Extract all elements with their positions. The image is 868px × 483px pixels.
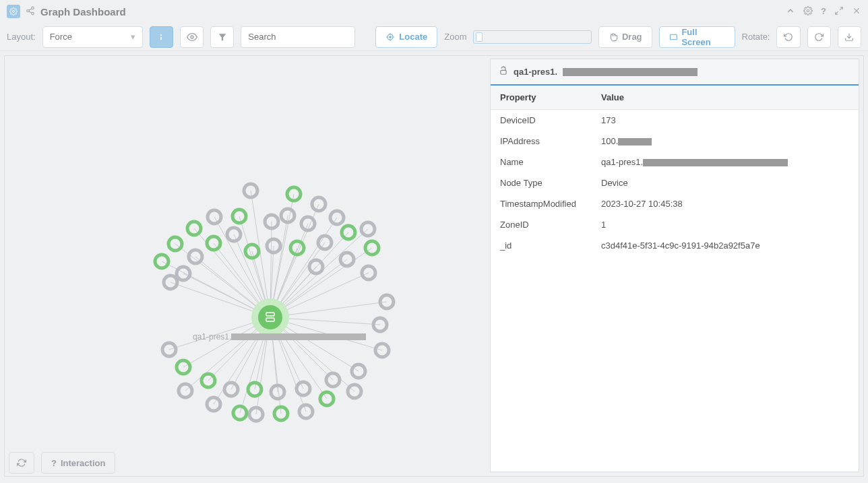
interaction-label: Interaction [61, 458, 105, 468]
download-button[interactable] [838, 26, 861, 48]
property-cell: Name [491, 152, 592, 172]
fullscreen-button[interactable]: Full Screen [659, 26, 735, 48]
close-icon[interactable] [852, 6, 861, 18]
svg-point-1 [32, 7, 34, 9]
window-title: Graph Dashboard [40, 6, 126, 18]
column-value: Value [592, 86, 859, 110]
zoom-thumb[interactable] [476, 32, 483, 42]
expand-icon[interactable] [834, 6, 844, 18]
value-cell: 2023-10-27 10:45:38 [592, 193, 859, 214]
svg-point-0 [13, 11, 15, 13]
table-row: IPAddress100. [491, 131, 859, 152]
refresh-button[interactable] [9, 452, 34, 474]
svg-point-3 [32, 12, 34, 15]
rotate-label: Rotate: [742, 32, 770, 42]
layout-dropdown[interactable]: Force ▾ [42, 26, 143, 48]
info-button[interactable] [150, 26, 173, 48]
svg-point-13 [191, 36, 193, 38]
svg-point-16 [390, 36, 391, 37]
detail-header: qa1-pres1. [491, 59, 859, 86]
detail-title-prefix: qa1-pres1. [514, 67, 557, 77]
table-row: ZoneID1 [491, 214, 859, 235]
chevron-up-icon[interactable] [786, 6, 795, 18]
layout-label: Layout: [7, 32, 36, 42]
property-cell: ZoneID [491, 214, 592, 235]
center-node-prefix: qa1-pres1. [193, 332, 231, 342]
svg-marker-14 [218, 34, 226, 41]
layout-value: Force [50, 32, 72, 42]
svg-point-6 [807, 9, 809, 12]
property-cell: DeviceID [491, 110, 592, 131]
fullscreen-label: Full Screen [681, 27, 724, 47]
rotate-ccw-button[interactable] [776, 26, 800, 48]
svg-line-5 [29, 8, 32, 9]
toolbar: Layout: Force ▾ Locate Zoom Drag Full Sc… [0, 23, 868, 51]
svg-point-2 [27, 9, 30, 12]
filter-button[interactable] [210, 26, 234, 48]
redacted-label [231, 333, 366, 340]
value-cell: Device [592, 172, 859, 193]
drag-button[interactable]: Drag [598, 26, 652, 48]
help-icon[interactable]: ? [821, 6, 826, 18]
svg-line-7 [840, 7, 842, 9]
value-cell: 1 [592, 214, 859, 235]
redacted-title [563, 68, 698, 76]
property-cell: _id [491, 235, 592, 256]
window-titlebar: Graph Dashboard ? [0, 0, 868, 23]
svg-point-71 [258, 305, 282, 329]
table-row: Node TypeDevice [491, 172, 859, 193]
table-row: TimestampModified2023-10-27 10:45:38 [491, 193, 859, 214]
property-cell: Node Type [491, 172, 592, 193]
share-icon [26, 6, 35, 18]
property-cell: IPAddress [491, 131, 592, 152]
graph-canvas[interactable] [5, 56, 490, 460]
value-cell: qa1-pres1. [592, 152, 859, 172]
settings-icon[interactable] [803, 6, 813, 18]
center-node-label: qa1-pres1. [193, 332, 366, 342]
zoom-label: Zoom [444, 32, 466, 42]
bottom-bar: ? Interaction [9, 452, 115, 474]
eye-button[interactable] [180, 26, 204, 48]
svg-line-4 [29, 11, 32, 12]
detail-panel: qa1-pres1. Property Value DeviceID173IPA… [490, 59, 859, 472]
value-cell: 173 [592, 110, 859, 131]
svg-rect-121 [501, 70, 506, 74]
property-cell: TimestampModified [491, 193, 592, 214]
value-cell: c3d4f41e-5f31-4c9c-9191-94b2a92f5a7e [592, 235, 859, 256]
zoom-slider[interactable] [473, 30, 591, 44]
search-input[interactable] [241, 26, 355, 48]
svg-rect-21 [670, 34, 677, 39]
unlock-icon [499, 66, 508, 77]
gear-icon [7, 5, 20, 18]
column-property: Property [491, 86, 592, 110]
detail-table: Property Value DeviceID173IPAddress100.N… [491, 86, 859, 256]
table-row: _idc3d4f41e-5f31-4c9c-9191-94b2a92f5a7e [491, 235, 859, 256]
svg-line-8 [836, 11, 838, 14]
main-area: qa1-pres1. qa1-pres1. Property Value Dev… [4, 55, 864, 477]
table-row: DeviceID173 [491, 110, 859, 131]
table-row: Nameqa1-pres1. [491, 152, 859, 172]
caret-down-icon: ▾ [131, 32, 135, 42]
value-cell: 100. [592, 131, 859, 152]
rotate-cw-button[interactable] [807, 26, 831, 48]
interaction-button[interactable]: ? Interaction [41, 452, 115, 474]
drag-label: Drag [622, 32, 642, 42]
locate-label: Locate [399, 32, 427, 42]
locate-button[interactable]: Locate [375, 26, 437, 48]
